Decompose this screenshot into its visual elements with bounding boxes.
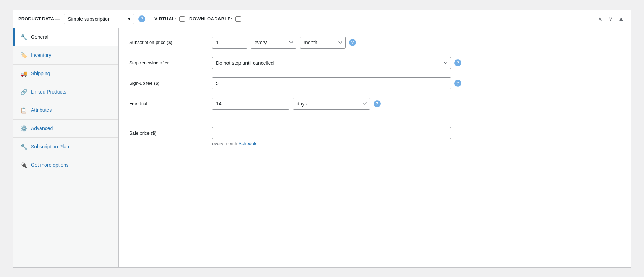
stop-renewing-label: Stop renewing after [129,60,206,65]
help-icon[interactable]: ? [138,15,145,22]
signup-fee-row: Sign-up fee ($) ? [129,77,620,89]
stop-renewing-help-icon[interactable]: ? [454,59,461,66]
downloadable-label: DOWNLOADABLE: [189,16,232,21]
signup-fee-help-icon[interactable]: ? [454,80,461,87]
free-trial-input[interactable] [212,98,289,110]
wrench-icon: 🔧 [20,34,27,40]
subscription-price-label: Subscription price ($) [129,40,206,45]
sidebar-label-inventory: Inventory [31,52,51,58]
product-data-panel: PRODUCT DATA — Simple subscription ▾ ? V… [13,10,631,268]
section-divider [129,118,620,118]
truck-icon: 🚚 [20,70,27,77]
free-trial-period-select[interactable]: days weeks months years [293,98,370,110]
subscription-price-help-icon[interactable]: ? [349,39,356,46]
sidebar-label-advanced: Advanced [31,125,53,131]
signup-fee-controls: ? [212,77,620,89]
sidebar: 🔧 General 🏷️ Inventory 🚚 Shipping 🔗 Link… [13,28,119,267]
stop-renewing-row: Stop renewing after Do not stop until ca… [129,57,620,69]
virtual-checkbox[interactable] [179,16,185,22]
free-trial-controls: days weeks months years ? [212,98,620,110]
free-trial-label: Free trial [129,101,206,106]
sidebar-item-get-more-options[interactable]: 🔌 Get more options [13,156,118,174]
sidebar-label-attributes: Attributes [31,107,52,113]
sale-price-note-text: every month [212,141,237,146]
product-type-select[interactable]: Simple subscription ▾ [64,14,134,24]
stop-renewing-controls: Do not stop until cancelled 1 month 2 mo… [212,57,620,69]
divider [150,15,150,23]
virtual-checkbox-group: VIRTUAL: [154,16,185,22]
sidebar-label-subscription-plan: Subscription Plan [31,144,69,149]
panel-header: PRODUCT DATA — Simple subscription ▾ ? V… [13,10,631,28]
tag-icon: 🏷️ [20,52,27,59]
stop-renewing-select[interactable]: Do not stop until cancelled 1 month 2 mo… [212,57,451,69]
content-area: Subscription price ($) every every 2 eve… [119,28,631,267]
sidebar-item-general[interactable]: 🔧 General [13,28,118,46]
sidebar-label-shipping: Shipping [31,71,50,76]
nav-down-button[interactable]: ∨ [606,14,615,24]
nav-expand-button[interactable]: ▲ [617,14,626,24]
sidebar-item-shipping[interactable]: 🚚 Shipping [13,65,118,83]
product-type-label: Simple subscription [68,16,110,22]
nav-arrows: ∧ ∨ ▲ [596,14,626,24]
free-trial-help-icon[interactable]: ? [374,100,381,107]
list-icon: 📋 [20,107,27,114]
chevron-down-icon: ▾ [128,16,130,22]
subscription-price-row: Subscription price ($) every every 2 eve… [129,37,620,49]
sale-price-row: Sale price ($) every month Schedule [129,127,620,146]
signup-fee-input[interactable] [212,77,451,89]
sidebar-item-inventory[interactable]: 🏷️ Inventory [13,46,118,65]
downloadable-checkbox-group: DOWNLOADABLE: [189,16,241,22]
panel-title: PRODUCT DATA — [18,16,60,21]
subscription-icon: 🔧 [20,143,27,150]
free-trial-row: Free trial days weeks months years ? [129,98,620,110]
nav-up-button[interactable]: ∧ [596,14,605,24]
sidebar-label-get-more-options: Get more options [31,162,68,168]
sidebar-label-linked-products: Linked Products [31,89,66,95]
sidebar-item-subscription-plan[interactable]: 🔧 Subscription Plan [13,138,118,156]
schedule-link[interactable]: Schedule [238,141,257,146]
period-select[interactable]: day week month year [300,37,346,49]
signup-fee-label: Sign-up fee ($) [129,80,206,86]
gear-icon: ⚙️ [20,125,27,132]
sale-price-label: Sale price ($) [129,127,206,136]
virtual-label: VIRTUAL: [154,16,177,21]
panel-body: 🔧 General 🏷️ Inventory 🚚 Shipping 🔗 Link… [13,28,631,267]
sale-price-input[interactable] [212,127,451,139]
sidebar-item-advanced[interactable]: ⚙️ Advanced [13,120,118,138]
sale-price-note: every month Schedule [212,141,451,146]
plugin-icon: 🔌 [20,162,27,168]
link-icon: 🔗 [20,89,27,95]
sidebar-item-attributes[interactable]: 📋 Attributes [13,101,118,120]
downloadable-checkbox[interactable] [235,16,241,22]
sidebar-item-linked-products[interactable]: 🔗 Linked Products [13,83,118,101]
sidebar-label-general: General [31,34,48,40]
subscription-price-input[interactable] [212,37,247,49]
every-select[interactable]: every every 2 every 3 every 4 every 5 ev… [251,37,296,49]
subscription-price-controls: every every 2 every 3 every 4 every 5 ev… [212,37,620,49]
sale-price-section: every month Schedule [212,127,451,146]
